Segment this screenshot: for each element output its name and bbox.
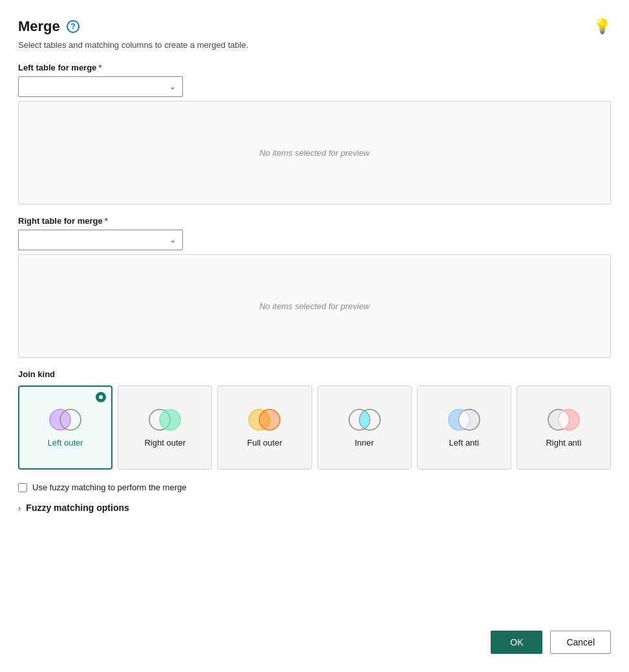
right-anti-label: Right anti [546,438,581,449]
left-table-preview: No items selected for preview [18,101,611,204]
join-kind-label: Join kind [18,369,611,379]
fuzzy-checkbox-label: Use fuzzy matching to perform the merge [32,482,186,492]
left-table-dropdown[interactable]: ⌄ [18,76,183,97]
title-group: Merge ? [18,18,80,35]
inner-label: Inner [355,438,374,449]
right-outer-venn-icon [145,407,184,433]
join-card-right-outer[interactable]: Right outer [118,385,212,470]
right-table-chevron-icon: ⌄ [169,235,176,244]
left-outer-label: Left outer [48,438,83,449]
right-table-label: Right table for merge* [18,216,611,226]
svg-point-3 [160,409,180,430]
left-anti-venn-icon [445,407,484,433]
required-star-right: * [105,216,108,226]
selected-indicator [96,392,106,402]
chevron-right-icon: › [18,503,21,513]
merge-dialog: Merge ? 💡 Select tables and matching col… [0,0,629,672]
full-outer-label: Full outer [247,438,282,449]
right-table-dropdown[interactable]: ⌄ [18,230,183,250]
join-options: Left outer Right outer Full outer [18,385,611,470]
join-card-inner[interactable]: Inner [317,385,412,470]
dialog-header: Merge ? 💡 [18,18,611,35]
required-star-left: * [98,63,101,72]
join-card-right-anti[interactable]: Right anti [517,385,611,470]
fuzzy-checkbox[interactable] [18,483,27,492]
right-anti-venn-icon [544,407,583,433]
dialog-footer: OK Cancel [18,605,611,654]
ok-button[interactable]: OK [491,631,542,654]
join-card-left-outer[interactable]: Left outer [18,385,112,470]
fuzzy-checkbox-row[interactable]: Use fuzzy matching to perform the merge [18,482,611,492]
lightbulb-icon[interactable]: 💡 [593,18,611,35]
left-table-preview-text: No items selected for preview [259,148,370,158]
svg-point-5 [259,409,280,430]
fuzzy-options-label: Fuzzy matching options [26,503,129,513]
right-table-preview: No items selected for preview [18,254,611,358]
left-table-label: Left table for merge* [18,63,611,72]
fuzzy-options-row[interactable]: › Fuzzy matching options [18,503,611,513]
right-outer-label: Right outer [144,438,186,449]
dialog-title: Merge [18,18,60,35]
dialog-subtitle: Select tables and matching columns to cr… [18,40,611,50]
left-anti-label: Left anti [449,438,479,449]
join-card-full-outer[interactable]: Full outer [217,385,312,470]
cancel-button[interactable]: Cancel [550,631,611,654]
right-table-preview-text: No items selected for preview [259,301,370,311]
full-outer-venn-icon [245,407,284,433]
help-icon[interactable]: ? [67,20,80,33]
left-table-chevron-icon: ⌄ [169,82,176,91]
inner-venn-icon [345,407,384,433]
join-card-left-anti[interactable]: Left anti [417,385,511,470]
left-outer-venn-icon [46,407,85,433]
